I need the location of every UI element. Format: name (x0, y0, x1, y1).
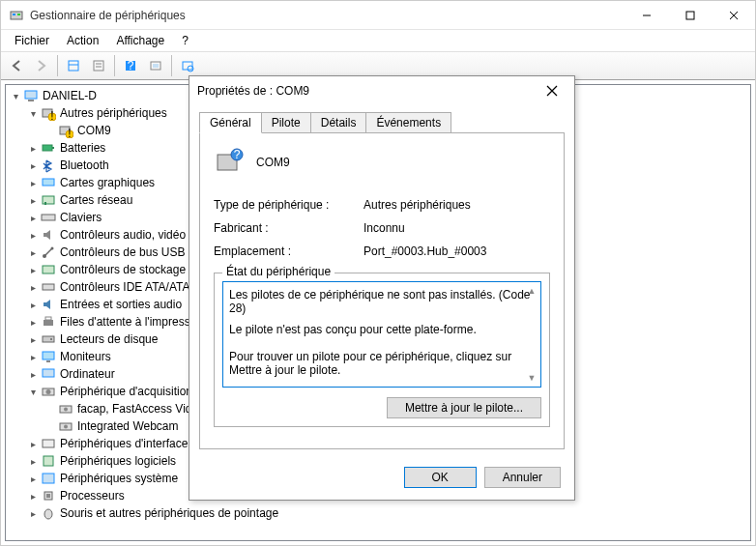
expand-icon[interactable]: ▸ (27, 194, 39, 206)
svg-point-46 (64, 408, 68, 412)
bluetooth-icon (41, 158, 56, 173)
properties-button[interactable] (87, 54, 110, 77)
cancel-button[interactable]: Annuler (484, 467, 561, 488)
tree-item-label: Bluetooth (58, 158, 111, 172)
back-button[interactable] (5, 54, 28, 77)
collapse-icon[interactable]: ▾ (10, 90, 21, 101)
device-status-group: État du périphérique Les pilotes de ce p… (214, 273, 550, 427)
disk-icon (41, 331, 56, 347)
dialog-close-button[interactable] (538, 77, 567, 104)
expand-icon[interactable]: ▸ (27, 333, 39, 345)
svg-rect-35 (43, 284, 54, 290)
tree-root-label: DANIEL-D (41, 89, 99, 102)
computer-icon (23, 88, 39, 103)
expand-icon[interactable]: ▸ (27, 281, 39, 293)
menu-action[interactable]: Action (59, 32, 106, 49)
ok-button[interactable]: OK (404, 467, 477, 488)
camera-icon (58, 418, 73, 434)
expand-icon[interactable]: ▸ (27, 177, 39, 188)
svg-rect-1 (13, 14, 15, 15)
expand-icon[interactable]: ▸ (27, 438, 39, 449)
scroll-down-icon[interactable]: ▼ (525, 371, 538, 385)
expand-icon[interactable]: ▸ (27, 159, 39, 171)
monitor-icon (41, 349, 56, 364)
tree-item-label: Cartes réseau (58, 193, 134, 207)
tab-details[interactable]: Détails (310, 112, 367, 133)
tab-general[interactable]: Général (199, 112, 262, 133)
expand-icon[interactable]: ▸ (27, 299, 39, 310)
collapse-icon[interactable]: ▾ (27, 386, 39, 397)
scroll-up-icon[interactable]: ▲ (525, 284, 538, 298)
svg-rect-51 (43, 474, 54, 483)
expand-icon[interactable]: ▸ (27, 229, 39, 241)
expand-icon[interactable]: ▸ (27, 507, 39, 519)
tree-item-label: Files d'attente à l'impression (58, 315, 208, 329)
svg-rect-53 (46, 494, 50, 498)
menu-view[interactable]: Affichage (108, 32, 172, 49)
svg-rect-37 (45, 317, 51, 320)
window-title: Gestionnaire de périphériques (30, 9, 625, 22)
type-label: Type de périphérique : (214, 198, 363, 212)
svg-rect-36 (44, 320, 53, 326)
printer-icon (41, 314, 56, 330)
menu-file[interactable]: Fichier (7, 32, 57, 49)
type-value: Autres périphériques (363, 198, 471, 212)
tree-item-label: Contrôleurs de bus USB (58, 245, 187, 259)
manufacturer-label: Fabricant : (214, 221, 363, 235)
svg-rect-42 (43, 369, 54, 377)
tree-mice[interactable]: ▸Souris et autres périphériques de point… (27, 504, 750, 522)
display-adapter-icon (41, 175, 56, 190)
storage-icon (41, 262, 56, 277)
expand-icon[interactable]: ▸ (27, 142, 39, 154)
svg-point-39 (50, 338, 52, 340)
svg-rect-50 (44, 456, 53, 466)
update-driver-button[interactable]: Mettre à jour le pilote... (387, 397, 541, 418)
svg-text:?: ? (234, 148, 241, 161)
view-mode-button[interactable] (62, 54, 85, 77)
expand-icon[interactable]: ▸ (27, 212, 39, 223)
camera-icon (41, 384, 56, 399)
tree-item-label: Moniteurs (58, 350, 113, 363)
tab-events[interactable]: Événements (365, 112, 451, 133)
tree-item-label: Contrôleurs de stockage (58, 263, 188, 276)
svg-point-48 (64, 425, 68, 429)
expand-icon[interactable]: ▸ (27, 368, 39, 380)
expand-icon[interactable]: ▸ (27, 490, 39, 502)
devices-button[interactable] (144, 54, 167, 77)
computer-icon (41, 366, 56, 382)
expand-icon[interactable]: ▸ (27, 351, 39, 362)
forward-button[interactable] (30, 54, 53, 77)
scan-button[interactable] (176, 54, 199, 77)
device-status-text[interactable]: Les pilotes de ce périphérique ne sont p… (222, 281, 541, 388)
tree-item-label: Claviers (58, 211, 103, 224)
maximize-button[interactable] (668, 1, 712, 29)
menu-help[interactable]: ? (174, 32, 196, 49)
expand-icon[interactable]: ▸ (27, 246, 39, 258)
help-button[interactable]: ? (119, 54, 142, 77)
cpu-icon (41, 488, 56, 503)
svg-rect-28 (43, 179, 54, 186)
svg-rect-31 (42, 215, 55, 220)
expand-icon[interactable]: ▸ (27, 455, 39, 467)
device-large-icon: ? (214, 147, 245, 178)
expand-icon[interactable]: ▸ (27, 264, 39, 275)
tab-driver[interactable]: Pilote (261, 112, 311, 133)
close-button[interactable] (712, 1, 755, 29)
status-line-2: Le pilote n'est pas conçu pour cette pla… (229, 323, 535, 336)
svg-rect-41 (46, 360, 50, 362)
app-icon (9, 8, 24, 23)
usb-icon (41, 244, 56, 260)
tree-item-label: Périphériques logiciels (58, 454, 178, 468)
sound-icon (41, 227, 56, 243)
expand-icon[interactable]: ▸ (27, 316, 39, 328)
minimize-button[interactable] (625, 1, 668, 29)
svg-rect-4 (686, 12, 694, 19)
svg-rect-30 (44, 202, 46, 205)
status-scrollbar[interactable]: ▲ ▼ (525, 284, 538, 385)
expand-icon[interactable]: ▸ (27, 473, 39, 484)
svg-rect-29 (43, 196, 54, 204)
svg-point-54 (44, 509, 52, 519)
collapse-icon[interactable]: ▾ (27, 107, 39, 119)
warning-device-icon: ! (58, 123, 73, 138)
tab-strip: Général Pilote Détails Événements (189, 105, 574, 132)
